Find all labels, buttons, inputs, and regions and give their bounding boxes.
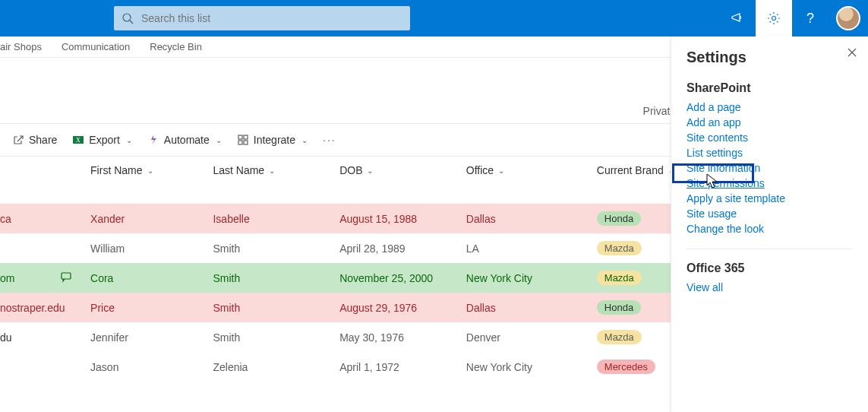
settings-link[interactable]: Site permissions xyxy=(687,176,853,191)
cell-dob: April 28, 1989 xyxy=(339,233,466,263)
cell-last-name: Smith xyxy=(213,293,339,322)
cell-last-name: Smith xyxy=(213,263,339,293)
gear-icon xyxy=(767,11,781,25)
cell-first-name: Jason xyxy=(90,352,213,382)
chevron-down-icon: ⌄ xyxy=(147,166,153,175)
cell-office: Dallas xyxy=(466,204,597,233)
export-label: Export xyxy=(89,134,119,146)
brand-pill: Mazda xyxy=(597,330,642,344)
settings-link[interactable]: Change the look xyxy=(687,221,853,236)
megaphone-button[interactable] xyxy=(719,0,756,36)
nav-item-recycle-bin[interactable]: Recycle Bin xyxy=(150,41,202,52)
col-dob[interactable]: DOB⌄ xyxy=(339,164,373,176)
col-first-name[interactable]: First Name⌄ xyxy=(90,164,153,176)
cell-first-name: William xyxy=(90,233,213,263)
settings-link[interactable]: Site contents xyxy=(687,130,853,145)
nav-item-communication[interactable]: Communication xyxy=(62,41,130,52)
export-button[interactable]: X Export ⌄ xyxy=(69,134,134,146)
col-label: First Name xyxy=(90,164,142,176)
user-avatar[interactable] xyxy=(836,6,860,30)
svg-rect-8 xyxy=(238,141,242,144)
cell-last-name: Isabelle xyxy=(213,204,339,233)
svg-rect-16 xyxy=(62,273,71,279)
comment-icon xyxy=(60,271,72,283)
cell-office: LA xyxy=(466,233,597,263)
cell-last-name: Zelenia xyxy=(213,352,339,382)
svg-rect-6 xyxy=(238,135,242,139)
close-icon xyxy=(847,47,857,58)
cell-office: New York City xyxy=(466,263,597,293)
col-label: Current Brand xyxy=(597,164,664,176)
cell-dob: August 29, 1976 xyxy=(339,293,466,322)
col-label: DOB xyxy=(339,164,362,176)
cell-dob: November 25, 2000 xyxy=(339,263,466,293)
share-label: Share xyxy=(29,134,57,146)
cell-dob: August 15, 1988 xyxy=(339,204,466,233)
settings-link[interactable]: View all xyxy=(687,280,853,295)
settings-link[interactable]: Apply a site template xyxy=(687,191,853,206)
row-lead: nostraper.edu xyxy=(0,302,65,314)
search-input[interactable] xyxy=(140,11,402,25)
chevron-down-icon: ⌄ xyxy=(301,136,308,144)
integrate-button[interactable]: Integrate ⌄ xyxy=(234,134,311,146)
row-lead: ca xyxy=(0,213,11,225)
brand-pill: Mazda xyxy=(597,271,642,285)
excel-icon: X xyxy=(72,134,84,146)
cell-first-name: Xander xyxy=(90,204,213,233)
svg-point-2 xyxy=(772,17,776,21)
search-icon xyxy=(122,12,134,24)
row-lead: om xyxy=(0,272,14,284)
more-icon: ··· xyxy=(323,134,336,146)
cell-dob: May 30, 1976 xyxy=(339,322,466,352)
chevron-down-icon: ⌄ xyxy=(269,166,275,175)
brand-pill: Mazda xyxy=(597,241,642,255)
svg-point-0 xyxy=(123,14,131,21)
suite-header: ? xyxy=(0,0,868,36)
share-icon xyxy=(12,134,24,146)
svg-rect-7 xyxy=(244,135,248,139)
row-lead: du xyxy=(0,331,12,344)
cell-office: New York City xyxy=(466,352,597,382)
chevron-down-icon: ⌄ xyxy=(367,166,373,175)
cell-office: Dallas xyxy=(466,293,597,322)
settings-panel: Settings SharePoint Add a pageAdd an app… xyxy=(671,36,868,412)
help-icon: ? xyxy=(806,11,814,27)
automate-label: Automate xyxy=(164,134,210,146)
chevron-down-icon: ⌄ xyxy=(216,136,222,144)
integrate-icon xyxy=(237,134,249,146)
col-last-name[interactable]: Last Name⌄ xyxy=(213,164,275,176)
panel-title: Settings xyxy=(687,49,853,66)
cell-dob: April 1, 1972 xyxy=(339,352,466,382)
settings-link[interactable]: Add an app xyxy=(687,115,853,130)
chevron-down-icon: ⌄ xyxy=(126,136,132,144)
overflow-button[interactable]: ··· xyxy=(320,134,339,146)
settings-link[interactable]: List settings xyxy=(687,145,853,160)
svg-line-1 xyxy=(130,21,133,24)
col-office[interactable]: Office⌄ xyxy=(466,164,504,176)
col-label: Office xyxy=(466,164,494,176)
help-button[interactable]: ? xyxy=(792,0,829,36)
automate-button[interactable]: Automate ⌄ xyxy=(144,134,225,146)
chevron-down-icon: ⌄ xyxy=(498,166,504,175)
panel-section-sharepoint: SharePoint xyxy=(687,81,853,95)
search-box[interactable] xyxy=(114,6,410,30)
settings-link[interactable]: Site usage xyxy=(687,206,853,221)
panel-section-office365: Office 365 xyxy=(687,261,853,275)
cell-first-name: Price xyxy=(90,293,213,322)
cell-office: Denver xyxy=(466,322,597,352)
cell-first-name: Jennifer xyxy=(90,322,213,352)
automate-icon xyxy=(147,134,159,146)
brand-pill: Mercedes xyxy=(597,360,655,374)
panel-divider xyxy=(687,249,853,249)
settings-link[interactable]: Add a page xyxy=(687,100,853,115)
settings-button[interactable] xyxy=(756,0,792,36)
share-button[interactable]: Share xyxy=(9,134,60,146)
settings-link[interactable]: Site information xyxy=(687,160,853,176)
cell-last-name: Smith xyxy=(213,233,339,263)
col-brand[interactable]: Current Brand⌄ xyxy=(597,164,674,176)
col-label: Last Name xyxy=(213,164,264,176)
close-button[interactable] xyxy=(847,47,857,60)
brand-pill: Honda xyxy=(597,211,641,226)
nav-item-shops[interactable]: air Shops xyxy=(0,41,42,52)
cell-last-name: Smith xyxy=(213,322,339,352)
